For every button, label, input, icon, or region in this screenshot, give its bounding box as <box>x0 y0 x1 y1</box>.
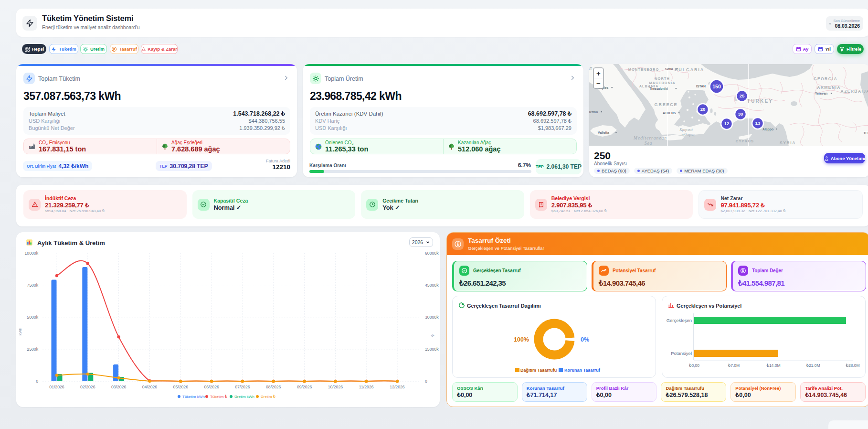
svg-text:25: 25 <box>740 93 745 98</box>
svg-text:10/2026: 10/2026 <box>328 385 343 389</box>
svg-text:150: 150 <box>712 84 721 89</box>
svg-text:ISTAN: ISTAN <box>696 85 706 88</box>
svg-text:Dağıtım Tasarrufu: Dağıtım Tasarrufu <box>520 368 557 373</box>
svg-text:SYRIA: SYRIA <box>780 140 796 145</box>
svg-text:₺: ₺ <box>430 334 434 337</box>
svg-text:ARMENIA: ARMENIA <box>817 85 840 90</box>
svg-text:Tüketim kWh: Tüketim kWh <box>182 395 205 399</box>
svg-text:08/2026: 08/2026 <box>266 385 281 389</box>
svg-text:05/2026: 05/2026 <box>173 385 189 389</box>
svg-text:30: 30 <box>738 111 743 117</box>
svg-text:AZERBAIJAN: AZERBAIJAN <box>841 89 868 94</box>
svg-text:ATHENS: ATHENS <box>663 111 676 115</box>
svg-text:NORTH: NORTH <box>655 76 670 81</box>
svg-text:45000k: 45000k <box>425 283 439 288</box>
svg-text:Üretim ₺: Üretim ₺ <box>261 395 275 399</box>
svg-text:πέλαγος: πέλαγος <box>682 132 695 137</box>
svg-text:alermo: alermo <box>589 110 598 114</box>
svg-text:12: 12 <box>724 121 730 126</box>
svg-text:₺7.0M: ₺7.0M <box>728 363 740 368</box>
svg-text:12/2026: 12/2026 <box>390 385 405 389</box>
svg-text:09/2026: 09/2026 <box>297 385 312 389</box>
svg-text:Aleppo: Aleppo <box>762 128 773 131</box>
svg-text:BULGARIA: BULGARIA <box>675 67 704 72</box>
svg-text:10000k: 10000k <box>24 251 38 256</box>
svg-text:06/2026: 06/2026 <box>204 385 219 389</box>
svg-text:Κρητικό: Κρητικό <box>679 127 693 132</box>
svg-text:Üretim kWh: Üretim kWh <box>234 395 254 399</box>
svg-text:₺0,00: ₺0,00 <box>689 363 699 368</box>
svg-text:+: + <box>596 69 601 77</box>
svg-text:13: 13 <box>755 120 761 126</box>
svg-text:60000k: 60000k <box>425 251 439 256</box>
svg-text:Korunan Tasarruf: Korunan Tasarruf <box>564 368 601 373</box>
svg-text:₺28.0M: ₺28.0M <box>846 363 859 368</box>
svg-text:CYPRUS: CYPRUS <box>736 139 754 143</box>
svg-text:kWh: kWh <box>18 328 22 335</box>
svg-text:7500k: 7500k <box>27 283 38 288</box>
svg-text:GEORGIA: GEORGIA <box>814 76 837 81</box>
svg-text:−: − <box>596 79 601 87</box>
svg-text:Gerçekleşen: Gerçekleşen <box>667 318 692 323</box>
svg-text:15000k: 15000k <box>425 347 439 352</box>
svg-text:GREECE: GREECE <box>655 102 678 107</box>
svg-text:MONTENEGRO: MONTENEGRO <box>628 67 659 72</box>
svg-text:TURKEY: TURKEY <box>747 98 773 104</box>
svg-text:02/2026: 02/2026 <box>80 385 95 389</box>
svg-text:11/2026: 11/2026 <box>359 385 374 389</box>
svg-text:Thessaloniki: Thessaloniki <box>649 87 668 90</box>
svg-text:₺14.0M: ₺14.0M <box>766 363 780 368</box>
svg-text:0%: 0% <box>581 336 589 343</box>
svg-text:20: 20 <box>700 107 706 112</box>
svg-text:5000k: 5000k <box>27 315 38 320</box>
svg-text:Sea: Sea <box>645 141 653 146</box>
svg-text:Tüketim ₺: Tüketim ₺ <box>210 395 227 399</box>
svg-text:Sofia: Sofia <box>665 67 673 71</box>
svg-text:TEH: TEH <box>863 131 868 135</box>
svg-text:Potansiyel: Potansiyel <box>671 351 692 356</box>
svg-text:Valletta: Valletta <box>598 131 609 134</box>
svg-text:100%: 100% <box>514 336 529 343</box>
svg-text:Mediterranean: Mediterranean <box>633 136 667 140</box>
svg-text:07/2026: 07/2026 <box>235 385 250 389</box>
svg-text:IT: IT <box>589 66 592 71</box>
svg-text:Yerevan: Yerevan <box>815 92 827 95</box>
svg-text:2500k: 2500k <box>27 347 38 352</box>
svg-text:30000k: 30000k <box>425 315 439 320</box>
svg-text:₺21.0M: ₺21.0M <box>806 363 820 368</box>
svg-text:04/2026: 04/2026 <box>142 385 158 389</box>
svg-text:0: 0 <box>36 379 38 384</box>
svg-text:03/2026: 03/2026 <box>111 385 127 389</box>
svg-text:01/2026: 01/2026 <box>49 385 64 389</box>
svg-text:0: 0 <box>425 379 427 384</box>
